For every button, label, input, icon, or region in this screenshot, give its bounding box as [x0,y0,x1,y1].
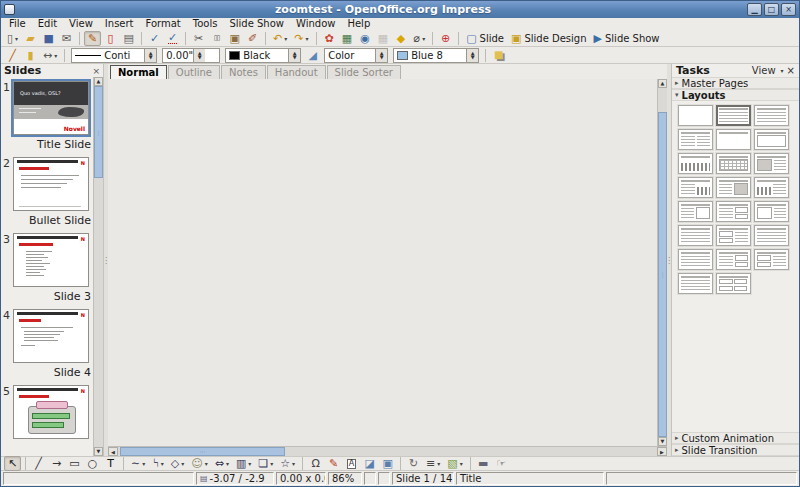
line-button[interactable]: ╱ [4,48,21,63]
slides-panel-scrollbar[interactable]: ▲ ⋮ ▼ [93,77,103,456]
menu-view[interactable]: View [63,18,99,30]
ellipse-tool[interactable]: ○ [84,456,101,471]
slides-panel-close-icon[interactable]: × [92,66,100,76]
layout-option-6[interactable] [754,129,789,150]
tab-handout[interactable]: Handout [267,65,326,79]
undo-button[interactable]: ↶▾ [270,31,290,46]
spellcheck-button[interactable]: ✓ [146,31,163,46]
slide-item-1[interactable]: 1 Quo vadis, OSL? Novell T [1,79,93,155]
autospellcheck-button[interactable]: ✓ [164,31,181,46]
layout-option-4[interactable] [678,129,713,150]
callouts-tool[interactable]: ❏▾ [255,456,276,471]
layout-option-19[interactable] [678,249,713,270]
slide-item-5[interactable]: 5 N [1,383,93,443]
layout-option-18[interactable] [754,225,789,246]
flowchart-tool[interactable]: ▥▾ [233,456,254,471]
rectangle-tool[interactable]: ▭ [66,456,83,471]
gallery-button[interactable]: ✿ [321,31,338,46]
select-tool[interactable]: ↖ [4,456,21,471]
line-style-select[interactable]: Conti ▲▼ [71,48,157,63]
close-button[interactable]: × [781,3,796,16]
curve-tool[interactable]: ∼▾ [128,456,148,471]
zoom-button[interactable]: ⌀▾ [411,31,429,46]
line-width-spinner[interactable]: ▲▼ [193,49,205,62]
slide-item-4[interactable]: 4 N [1,307,93,383]
fill-style-select[interactable]: Color ▲▼ [324,48,388,63]
slide-item-2[interactable]: 2 N Bull [1,155,93,231]
fill-button[interactable]: ◢ [304,48,321,63]
slide-item-3[interactable]: 3 N [1,231,93,307]
help-button[interactable]: ⊕ [437,31,454,46]
alignment-button[interactable]: ≡▾ [423,456,443,471]
layout-option-23[interactable] [716,273,751,294]
scroll-down-arrow[interactable]: ▼ [94,447,103,456]
scroll-down-arrow[interactable]: ▼ [658,437,667,446]
interaction-button[interactable]: ☞ [493,456,510,471]
section-custom-animation[interactable]: ▸ Custom Animation [672,432,799,444]
layout-option-1[interactable] [678,105,713,126]
display-grid-button[interactable]: ▦ [375,31,392,46]
points-tool[interactable]: Ω [307,456,324,471]
export-pdf-button[interactable]: ▯ [102,31,119,46]
fill-color-select[interactable]: Blue 8 ▲▼ [393,48,479,63]
tasks-view-menu[interactable]: View ▾ × [752,65,795,76]
layout-option-7[interactable] [678,153,713,174]
title-bar[interactable]: zoomtest - OpenOffice.org Impress ▁ □ × [1,1,799,18]
print-button[interactable]: ▤ [120,31,137,46]
slide-show-button[interactable]: ▶Slide Show [591,31,663,46]
line-width-input[interactable]: 0.00" ▲▼ [162,48,220,63]
scroll-up-arrow[interactable]: ▲ [94,77,103,86]
navigator-button[interactable]: ◆ [393,31,410,46]
section-master-pages[interactable]: ▸ Master Pages [672,77,799,89]
rotate-button[interactable]: ↻ [405,456,422,471]
canvas-horizontal-scrollbar[interactable]: ◀ ··· ▶ [108,446,667,456]
slide-design-button[interactable]: ▣Slide Design [508,31,590,46]
text-tool[interactable]: T [102,456,119,471]
menu-file[interactable]: File [3,18,32,30]
slide-canvas[interactable] [108,79,657,446]
layout-option-14[interactable] [716,201,751,222]
edit-file-button[interactable]: ✎ [84,31,101,46]
insert-spreadsheet-button[interactable]: ▦ [339,31,356,46]
layout-option-3[interactable] [754,105,789,126]
hyperlink-button[interactable]: ◉ [357,31,374,46]
menu-insert[interactable]: Insert [99,18,140,30]
redo-button[interactable]: ↷▾ [291,31,311,46]
layout-option-22[interactable] [678,273,713,294]
slide-button[interactable]: ▢Slide [463,31,507,46]
line-color-select[interactable]: Black ▲▼ [225,48,301,63]
maximize-button[interactable]: □ [764,3,779,16]
layout-option-10[interactable] [678,177,713,198]
copy-button[interactable]: ▯▯ [208,31,225,46]
stars-tool[interactable]: ☆▾ [277,456,298,471]
menu-slide-show[interactable]: Slide Show [223,18,290,30]
scrollbar-thumb[interactable]: ··· [120,447,285,456]
canvas-vertical-scrollbar[interactable]: ▲ ⋮ ▼ [657,79,667,446]
tab-notes[interactable]: Notes [221,65,266,79]
arrow-tool[interactable]: → [48,456,65,471]
slide-5-thumbnail[interactable]: N [13,385,89,439]
layout-option-5[interactable] [716,129,751,150]
paste-button[interactable]: ▣ [226,31,243,46]
area-button[interactable]: ▮ [22,48,39,63]
symbol-shapes-tool[interactable]: ☺▾ [188,456,210,471]
shadow-button[interactable]: ■ [490,48,507,63]
layout-option-16[interactable] [678,225,713,246]
layout-option-8[interactable] [716,153,751,174]
format-paintbrush-button[interactable]: ✐ [244,31,261,46]
new-button[interactable]: ▯▾ [4,31,21,46]
slide-1-thumbnail[interactable]: Quo vadis, OSL? Novell [13,81,89,135]
layout-option-13[interactable] [678,201,713,222]
scrollbar-thumb[interactable]: ⋮ [658,112,667,437]
tab-slide-sorter[interactable]: Slide Sorter [327,65,401,79]
tab-outline[interactable]: Outline [168,65,220,79]
line-tool[interactable]: ╱ [30,456,47,471]
arrange-button[interactable]: ▧▾ [444,456,465,471]
menu-format[interactable]: Format [140,18,187,30]
line-style-dropdown-arrow[interactable]: ▲▼ [144,49,156,62]
layout-option-21[interactable] [754,249,789,270]
block-arrows-tool[interactable]: ⇔▾ [212,456,232,471]
layout-option-20[interactable] [716,249,751,270]
scroll-right-arrow[interactable]: ▶ [657,447,667,456]
layout-option-15[interactable] [754,201,789,222]
